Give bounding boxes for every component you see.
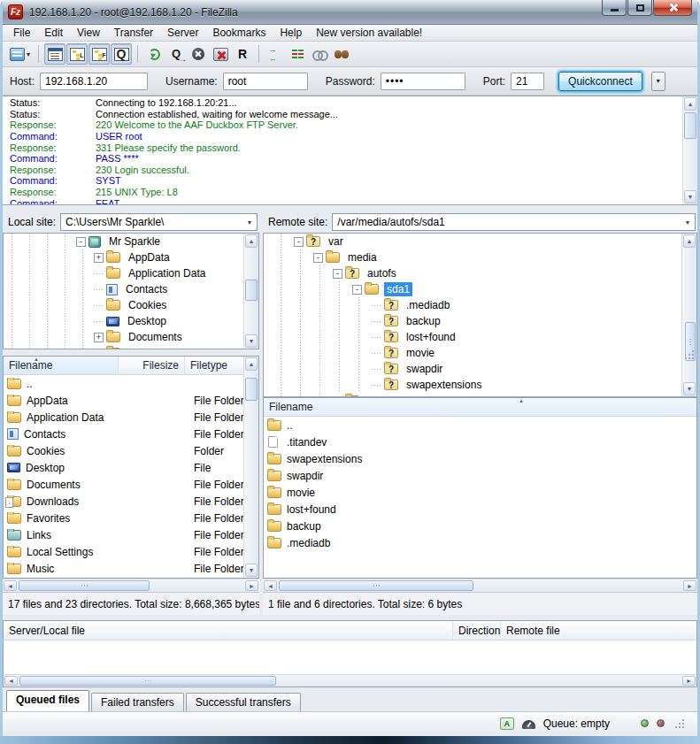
tree-expander-icon[interactable]: - — [333, 269, 342, 279]
tree-expander-icon[interactable]: + — [94, 349, 104, 350]
file-row-appdata[interactable]: AppDataFile Folder — [4, 392, 243, 409]
column-header-remote-file[interactable]: Remote file — [501, 621, 696, 640]
tree-expander-icon[interactable]: - — [313, 253, 323, 263]
tree-item-cookies[interactable]: Cookies — [4, 297, 243, 313]
scrollbar-thumb[interactable] — [19, 676, 276, 686]
local-tree-scrollbar[interactable]: ▲ ▼ — [243, 234, 258, 349]
tree-item-desktop[interactable]: Desktop — [4, 313, 243, 329]
tree-item-var[interactable]: -var — [264, 234, 681, 249]
scrollbar-thumb[interactable] — [245, 280, 258, 301]
file-row-cookies[interactable]: CookiesFolder — [4, 442, 243, 459]
column-header-filename[interactable]: Filename — [4, 357, 119, 374]
tree-item-lost-found[interactable]: lost+found — [264, 329, 681, 345]
file-row-application-data[interactable]: Application DataFile Folder — [4, 409, 243, 426]
menu-item-help[interactable]: Help — [273, 25, 309, 41]
host-input[interactable] — [40, 73, 148, 90]
title-bar[interactable]: Fz 192.168.1.20 - root@192.168.1.20 - Fi… — [3, 0, 697, 25]
scrollbar-thumb[interactable] — [685, 322, 696, 361]
synchronized-browsing-button[interactable] — [309, 43, 330, 65]
scroll-right-icon[interactable]: ► — [682, 676, 696, 686]
tree-item-sda1[interactable]: -sda1 — [264, 281, 681, 297]
file-row-desktop[interactable]: DesktopFile — [4, 459, 243, 476]
port-input[interactable] — [511, 73, 544, 90]
scroll-left-icon[interactable]: ◄ — [4, 580, 17, 591]
local-site-combobox[interactable]: C:\Users\Mr Sparkle\ ▼ — [60, 213, 258, 231]
scroll-left-icon[interactable]: ◄ — [4, 676, 18, 686]
file-row-titandev[interactable]: .titandev — [264, 433, 696, 450]
local-list-scrollbar[interactable]: ▲ ▼ — [243, 357, 258, 578]
site-manager-button[interactable]: ▾ — [7, 43, 33, 65]
queue-horizontal-scrollbar[interactable]: ◄ ► — [3, 674, 697, 687]
local-horizontal-scrollbar[interactable]: ◄ ► — [3, 579, 259, 592]
directory-comparison-button[interactable] — [287, 43, 308, 65]
disconnect-button[interactable] — [210, 43, 231, 65]
tree-item-autofs[interactable]: -autofs — [264, 265, 681, 281]
file-row-local-settings[interactable]: Local SettingsFile Folder — [4, 543, 243, 560]
file-row-backup[interactable]: backup — [264, 518, 696, 534]
file-row-movie[interactable]: movie — [264, 484, 696, 501]
scroll-down-icon[interactable]: ▼ — [684, 190, 696, 203]
refresh-button[interactable] — [143, 43, 165, 65]
transfer-type-icon[interactable]: A — [500, 717, 514, 730]
tab-queued-files[interactable]: Queued files — [6, 690, 89, 711]
tree-expander-icon[interactable]: - — [294, 237, 304, 247]
password-input[interactable] — [381, 73, 465, 90]
file-row-item[interactable]: .. — [264, 417, 696, 433]
resize-grip-icon[interactable] — [674, 718, 685, 729]
tree-expander-icon[interactable]: - — [352, 285, 362, 295]
file-row-mediadb[interactable]: .mediadb — [264, 534, 696, 551]
quickconnect-dropdown-button[interactable]: ▼ — [651, 72, 665, 91]
find-files-button[interactable] — [331, 43, 352, 65]
tree-item-movie[interactable]: movie — [264, 345, 681, 361]
file-row-contacts[interactable]: ContactsFile Folder — [4, 426, 243, 442]
remote-site-combobox[interactable]: /var/media/autofs/sda1 ▼ — [332, 213, 696, 231]
file-row-lost-found[interactable]: lost+found — [264, 501, 696, 518]
tree-item-backup[interactable]: backup — [264, 313, 681, 329]
message-log-scrollbar[interactable]: ▲ ▼ — [682, 96, 697, 204]
scroll-right-icon[interactable]: ► — [683, 580, 696, 591]
menu-item-bookmarks[interactable]: Bookmarks — [205, 25, 273, 41]
column-header-direction[interactable]: Direction — [453, 621, 501, 640]
message-log-toggle-button[interactable] — [44, 43, 65, 65]
menu-item-server[interactable]: Server — [160, 25, 205, 41]
menu-item-view[interactable]: View — [70, 25, 107, 41]
compare-directories-button[interactable] — [265, 43, 286, 65]
file-row-documents[interactable]: DocumentsFile Folder — [4, 476, 243, 493]
queue-toggle-button[interactable]: Q — [111, 43, 132, 65]
scroll-up-icon[interactable]: ▲ — [683, 234, 696, 248]
scroll-down-icon[interactable]: ▼ — [245, 334, 258, 348]
scroll-right-icon[interactable]: ► — [245, 580, 258, 591]
chevron-down-icon[interactable]: ▼ — [242, 214, 257, 230]
file-row-music[interactable]: MusicFile Folder — [4, 560, 243, 577]
local-pane-splitter[interactable] — [3, 349, 259, 356]
tree-item-contacts[interactable]: Contacts — [4, 281, 243, 297]
file-row-swapdir[interactable]: swapdir — [264, 467, 696, 484]
scroll-left-icon[interactable]: ◄ — [264, 580, 277, 591]
file-row-downloads[interactable]: DownloadsFile Folder — [4, 493, 243, 510]
username-input[interactable] — [223, 73, 308, 90]
scroll-up-icon[interactable]: ▲ — [245, 357, 258, 371]
tree-expander-icon[interactable]: - — [76, 237, 86, 247]
tab-failed-transfers[interactable]: Failed transfers — [91, 693, 184, 711]
file-row-favorites[interactable]: FavoritesFile Folder — [4, 510, 243, 526]
reconnect-button[interactable]: R — [232, 43, 253, 65]
column-header-filename[interactable]: Filename — [264, 398, 696, 416]
tree-item-media[interactable]: -media — [264, 249, 681, 265]
minimize-button[interactable] — [602, 0, 627, 16]
menu-item-file[interactable]: File — [6, 25, 37, 41]
file-row-item[interactable]: .. — [4, 375, 243, 392]
chevron-down-icon[interactable]: ▾ — [27, 50, 30, 58]
menu-item-new-version[interactable]: New version available! — [309, 25, 429, 41]
remote-tree-toggle-button[interactable] — [88, 43, 110, 65]
remote-tree-scrollbar[interactable]: ▲ ▼ — [681, 234, 696, 396]
quickconnect-button[interactable]: Quickconnect — [558, 72, 642, 91]
column-header-server-local-file[interactable]: Server/Local file — [4, 621, 453, 640]
scrollbar-thumb[interactable] — [684, 112, 696, 139]
cancel-operation-button[interactable] — [188, 43, 209, 65]
tree-item-application-data[interactable]: Application Data — [4, 265, 243, 281]
tree-item-mediadb[interactable]: .mediadb — [264, 297, 681, 313]
scrollbar-thumb[interactable] — [19, 580, 150, 591]
tree-item-downloads[interactable]: +Downloads — [4, 345, 243, 349]
tree-item-mr-sparkle[interactable]: -Mr Sparkle — [4, 234, 243, 249]
scrollbar-thumb[interactable] — [279, 580, 473, 591]
